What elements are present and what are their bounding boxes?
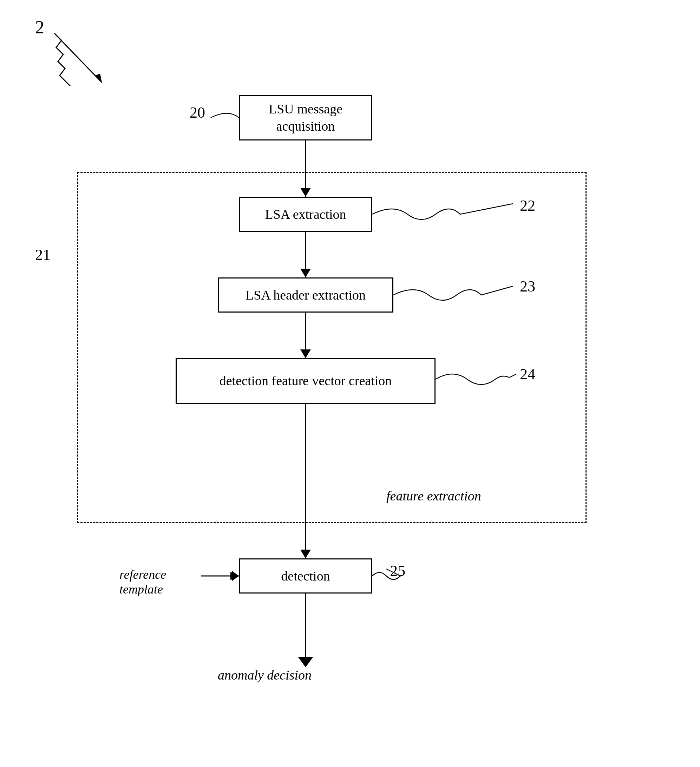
label-ref-template: referencetemplate	[119, 567, 166, 597]
box-dfvc: detection feature vector creation	[176, 358, 436, 404]
label-anomaly: anomaly decision	[218, 667, 312, 683]
label-20: 20	[190, 103, 205, 121]
box-lsa-extraction: LSA extraction	[239, 197, 372, 232]
label-22: 22	[520, 197, 535, 215]
svg-marker-19	[231, 572, 237, 580]
ref-template-text: referencetemplate	[119, 568, 166, 596]
label-23: 23	[520, 277, 535, 295]
label-feature-extraction: feature extraction	[387, 488, 481, 504]
svg-marker-9	[300, 550, 311, 559]
label-24: 24	[520, 365, 535, 383]
box-lsa-extraction-text: LSA extraction	[265, 207, 346, 222]
box-detection: detection	[239, 559, 372, 594]
box-dfvc-text: detection feature vector creation	[220, 372, 392, 390]
label-25: 25	[390, 562, 405, 580]
box-detection-text: detection	[281, 568, 330, 584]
box-lsa-header: LSA header extraction	[218, 277, 393, 313]
svg-marker-1	[95, 74, 102, 83]
svg-line-0	[54, 33, 102, 83]
label-21: 21	[35, 246, 51, 264]
box-lsa-header-text: LSA header extraction	[245, 287, 366, 303]
box-lsu-msg-text: LSU messageacquisition	[269, 100, 342, 135]
svg-marker-13	[298, 657, 313, 667]
box-lsu-msg: LSU messageacquisition	[239, 95, 372, 140]
diagram-container: 2 LSU messageacquisition 20 21 LSA extra…	[0, 0, 700, 767]
label-2: 2	[35, 17, 44, 38]
svg-marker-11	[232, 571, 239, 581]
